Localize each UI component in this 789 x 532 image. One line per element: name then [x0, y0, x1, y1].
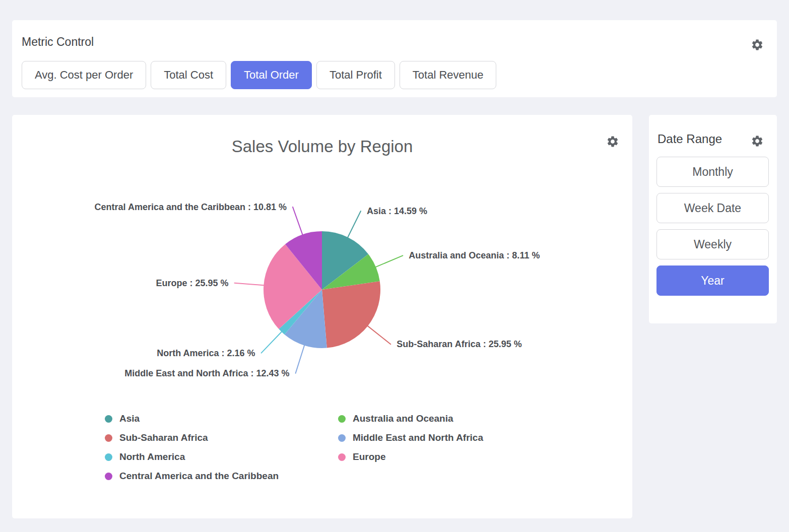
dashboard-page: Metric Control Avg. Cost per OrderTotal … — [0, 0, 789, 532]
pie-label-asia: Asia : 14.59 % — [367, 206, 427, 216]
legend-dot-icon — [338, 434, 346, 442]
pie-label-australia-and-oceania: Australia and Oceania : 8.11 % — [409, 250, 540, 260]
legend-label: North America — [119, 451, 185, 462]
date-range-button-weekly[interactable]: Weekly — [656, 229, 769, 259]
legend-item-north-america[interactable]: North America — [105, 451, 338, 463]
legend-item-europe[interactable]: Europe — [338, 451, 571, 463]
legend-label: Europe — [353, 451, 385, 462]
date-range-button-monthly[interactable]: Monthly — [656, 157, 769, 187]
pie-label-middle-east-and-north-africa: Middle East and North Africa : 12.43 % — [124, 368, 289, 378]
legend-dot-icon — [105, 473, 112, 480]
pie-label-europe: Europe : 25.95 % — [156, 278, 228, 288]
legend-label: Central America and the Caribbean — [119, 471, 279, 482]
date-range-buttons: MonthlyWeek DateWeeklyYear — [656, 157, 769, 296]
pie-leader-line-north-america — [261, 332, 282, 353]
legend-dot-icon — [338, 453, 346, 461]
legend-label: Sub-Saharan Africa — [119, 432, 208, 443]
legend-item-asia[interactable]: Asia — [105, 413, 338, 425]
metric-button-total-order[interactable]: Total Order — [231, 61, 312, 89]
legend-dot-icon — [105, 434, 112, 442]
pie-leader-line-sub-saharan-africa — [368, 326, 390, 344]
metric-button-total-revenue[interactable]: Total Revenue — [400, 61, 497, 89]
metric-button-total-profit[interactable]: Total Profit — [316, 61, 395, 89]
metric-control-panel: Metric Control Avg. Cost per OrderTotal … — [12, 20, 777, 97]
legend-label: Middle East and North Africa — [353, 432, 483, 443]
date-range-panel: Date Range MonthlyWeek DateWeeklyYear — [649, 115, 777, 323]
legend-dot-icon — [105, 415, 112, 423]
legend-label: Australia and Oceania — [353, 413, 453, 424]
metric-button-total-cost[interactable]: Total Cost — [151, 61, 226, 89]
sales-volume-chart-panel: Sales Volume by Region Asia : 14.59 %Aus… — [12, 115, 632, 518]
legend-item-australia-and-oceania[interactable]: Australia and Oceania — [338, 413, 571, 425]
legend-item-middle-east-and-north-africa[interactable]: Middle East and North Africa — [338, 432, 571, 444]
legend-item-central-america-and-the-caribbean[interactable]: Central America and the Caribbean — [105, 470, 338, 482]
pie-label-sub-saharan-africa: Sub-Saharan Africa : 25.95 % — [397, 339, 521, 349]
pie-leader-line-asia — [348, 211, 361, 237]
metric-buttons: Avg. Cost per OrderTotal CostTotal Order… — [22, 61, 496, 89]
metric-control-title: Metric Control — [22, 35, 94, 49]
legend-label: Asia — [119, 413, 140, 424]
date-range-button-year[interactable]: Year — [656, 265, 769, 296]
pie-chart: Asia : 14.59 %Australia and Oceania : 8.… — [12, 115, 632, 407]
pie-leader-line-central-america-and-the-caribbean — [293, 207, 302, 235]
pie-leader-line-europe — [235, 283, 264, 286]
metric-button-avg-cost-per-order[interactable]: Avg. Cost per Order — [22, 61, 146, 89]
date-range-settings-gear-icon[interactable] — [751, 135, 764, 148]
legend-dot-icon — [105, 453, 112, 461]
pie-label-north-america: North America : 2.16 % — [157, 348, 255, 358]
pie-label-central-america-and-the-caribbean: Central America and the Caribbean : 10.8… — [95, 202, 287, 212]
date-range-title: Date Range — [658, 132, 722, 146]
pie-leader-line-middle-east-and-north-africa — [296, 346, 305, 373]
legend-item-sub-saharan-africa[interactable]: Sub-Saharan Africa — [105, 432, 338, 444]
chart-legend: AsiaAustralia and OceaniaSub-Saharan Afr… — [105, 413, 571, 482]
metric-settings-gear-icon[interactable] — [751, 38, 764, 51]
pie-slice-sub-saharan-africa[interactable] — [322, 281, 380, 348]
date-range-button-week-date[interactable]: Week Date — [656, 193, 769, 223]
legend-dot-icon — [338, 415, 346, 423]
pie-leader-line-australia-and-oceania — [376, 255, 403, 267]
